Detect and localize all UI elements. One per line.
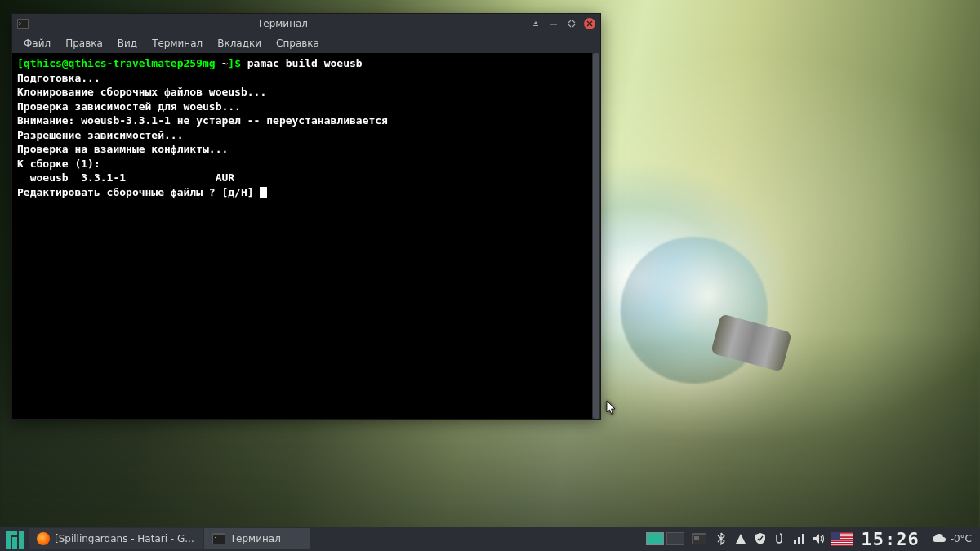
clock[interactable]: 15:26 xyxy=(856,529,924,549)
temperature: -0°C xyxy=(951,533,972,544)
output-line: Разрешение зависимостей... xyxy=(17,128,595,143)
menu-tabs[interactable]: Вкладки xyxy=(211,36,268,51)
terminal-content[interactable]: [qthics@qthics-travelmatep259mg ~]$ pama… xyxy=(12,53,600,419)
bluetooth-icon[interactable] xyxy=(712,527,730,551)
network-icon[interactable] xyxy=(791,527,808,551)
window-controls xyxy=(530,18,595,29)
updates-icon[interactable] xyxy=(732,527,750,551)
svg-rect-5 xyxy=(213,535,225,544)
output-line: Клонирование сборочных файлов woeusb... xyxy=(17,85,595,100)
output-line: woeusb 3.3.1-1 AUR xyxy=(17,171,595,185)
task-label: [Spillingardans - Hatari - G... xyxy=(55,533,194,544)
window-titlebar[interactable]: Терминал xyxy=(12,14,600,33)
maximize-button[interactable] xyxy=(566,18,577,29)
svg-rect-2 xyxy=(533,25,538,26)
window-keep-above-icon[interactable] xyxy=(530,18,541,29)
menu-terminal[interactable]: Терминал xyxy=(145,36,209,51)
terminal-window: Терминал Файл Правка Вид Терминал Вкладк… xyxy=(11,13,601,420)
menu-file[interactable]: Файл xyxy=(17,36,57,51)
workspace-switcher[interactable] xyxy=(641,532,689,545)
minimize-button[interactable] xyxy=(548,18,559,29)
terminal-icon xyxy=(212,532,225,545)
svg-rect-3 xyxy=(550,24,557,25)
menu-edit[interactable]: Правка xyxy=(59,36,109,51)
manjaro-logo-icon xyxy=(6,531,22,547)
close-button[interactable] xyxy=(584,18,595,29)
svg-rect-8 xyxy=(694,536,699,540)
prompt-line: [qthics@qthics-travelmatep259mg ~]$ pama… xyxy=(17,56,595,71)
clipboard-icon[interactable] xyxy=(771,527,789,551)
firefox-icon xyxy=(37,532,50,545)
text-cursor xyxy=(260,187,267,198)
taskbar: [Spillingardans - Hatari - G... Терминал xyxy=(0,527,980,551)
system-tray: 15:26 -0°C xyxy=(709,527,980,551)
window-title: Терминал xyxy=(35,18,530,29)
scrollbar-thumb[interactable] xyxy=(593,53,599,419)
shield-icon[interactable] xyxy=(751,527,769,551)
prompt-question: Редактировать сборочные файлы ? [д/Н] xyxy=(17,185,595,200)
output-line: Подготовка... xyxy=(17,71,595,86)
output-line: Проверка зависимостей для woeusb... xyxy=(17,100,595,114)
cloud-icon xyxy=(931,532,947,545)
terminal-scrollbar[interactable] xyxy=(592,53,600,419)
volume-icon[interactable] xyxy=(810,527,828,551)
weather-widget[interactable]: -0°C xyxy=(926,532,977,545)
us-flag-icon xyxy=(831,532,853,546)
output-line: Проверка на взаимные конфликты... xyxy=(17,142,595,157)
menubar: Файл Правка Вид Терминал Вкладки Справка xyxy=(12,33,600,53)
terminal-app-icon xyxy=(17,18,29,29)
menu-help[interactable]: Справка xyxy=(270,36,326,51)
output-line: К сборке (1): xyxy=(17,157,595,171)
workspace-2[interactable] xyxy=(666,532,684,545)
taskbar-item-firefox[interactable]: [Spillingardans - Hatari - G... xyxy=(29,528,203,549)
keyboard-layout-flag[interactable] xyxy=(830,527,854,551)
output-line: Внимание: woeusb-3.3.1-1 не устарел -- п… xyxy=(17,113,595,128)
menu-view[interactable]: Вид xyxy=(111,36,144,51)
workspace-1[interactable] xyxy=(646,532,664,545)
show-desktop-button[interactable] xyxy=(689,527,709,551)
taskbar-item-terminal[interactable]: Терминал xyxy=(204,528,310,549)
mouse-cursor xyxy=(606,400,619,418)
svg-rect-1 xyxy=(18,20,28,28)
start-menu-button[interactable] xyxy=(0,527,28,551)
task-label: Терминал xyxy=(230,533,281,544)
